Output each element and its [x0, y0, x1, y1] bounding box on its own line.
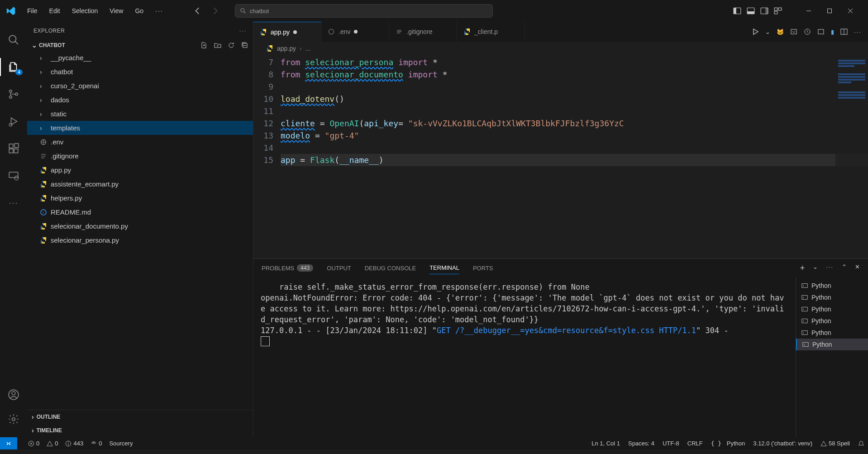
terminal-session[interactable]: Python	[796, 280, 868, 292]
terminal-session[interactable]: Python	[796, 315, 868, 327]
preview-icon[interactable]	[790, 28, 797, 35]
activity-extensions[interactable]	[3, 138, 24, 159]
activity-more[interactable]: ···	[3, 192, 24, 214]
file-tree[interactable]: ›__pycache__›chatbot›curso_2_openai›dado…	[27, 51, 253, 410]
toggle-panel-icon[interactable]	[747, 7, 755, 15]
tab-ports[interactable]: PORTS	[473, 262, 493, 274]
activity-settings[interactable]	[3, 408, 24, 430]
editor[interactable]: 789101112131415 from selecionar_persona …	[253, 55, 868, 258]
terminal-session[interactable]: Python	[796, 339, 868, 350]
editor-tab--gitignore[interactable]: .gitignore	[389, 22, 457, 42]
new-folder-icon[interactable]	[214, 42, 221, 49]
status-sourcery[interactable]: Sourcery	[109, 440, 133, 447]
tree-item--gitignore[interactable]: .gitignore	[27, 149, 253, 163]
activity-run-debug[interactable]	[3, 110, 24, 132]
minimap[interactable]	[835, 55, 868, 258]
new-terminal-icon[interactable]: +	[800, 263, 805, 273]
collapse-all-icon[interactable]	[241, 42, 248, 49]
breadcrumb-file[interactable]: app.py	[277, 45, 296, 52]
sidebar-more-icon[interactable]: ···	[239, 28, 247, 34]
refresh-icon[interactable]	[228, 42, 235, 49]
terminal-output[interactable]: raise self._make_status_error_from_respo…	[253, 277, 796, 437]
tab-terminal[interactable]: TERMINAL	[429, 262, 459, 274]
tab-output[interactable]: OUTPUT	[327, 262, 351, 274]
cat-icon[interactable]: 🐱	[777, 29, 784, 35]
tree-item-helpers-py[interactable]: helpers.py	[27, 191, 253, 205]
tree-item-selecionar-persona-py[interactable]: selecionar_persona.py	[27, 233, 253, 247]
editor-tab-app-py[interactable]: app.py	[253, 22, 321, 42]
new-file-icon[interactable]	[200, 42, 208, 49]
window-minimize[interactable]	[798, 2, 819, 20]
tree-item-assistente-ecomart-py[interactable]: assistente_ecomart.py	[27, 177, 253, 191]
nav-forward[interactable]	[210, 7, 219, 15]
run-dropdown-icon[interactable]: ⌄	[765, 29, 770, 35]
terminal-session[interactable]: Python	[796, 327, 868, 339]
menu-file[interactable]: File	[22, 5, 43, 17]
tree-item-selecionar-documento-py[interactable]: selecionar_documento.py	[27, 219, 253, 233]
mouse-icon[interactable]: ▮	[831, 29, 834, 35]
status-cursor-position[interactable]: Ln 1, Col 1	[591, 440, 620, 447]
status-info[interactable]: 443	[65, 440, 83, 447]
status-ports[interactable]: 0	[91, 440, 102, 447]
status-notifications[interactable]	[858, 440, 864, 447]
tree-item-app-py[interactable]: app.py	[27, 163, 253, 177]
window-maximize[interactable]	[819, 2, 840, 20]
history-icon[interactable]	[804, 28, 811, 35]
tree-item---pycache--[interactable]: ›__pycache__	[27, 51, 253, 65]
tab-debug-console[interactable]: DEBUG CONSOLE	[365, 262, 416, 274]
terminal-session[interactable]: Python	[796, 303, 868, 315]
tree-item-readme-md[interactable]: iREADME.md	[27, 205, 253, 219]
close-panel-icon[interactable]: ✕	[855, 263, 860, 273]
tree-item-dados[interactable]: ›dados	[27, 93, 253, 107]
status-language[interactable]: { } Python	[711, 440, 745, 447]
status-errors[interactable]: 0	[28, 440, 39, 447]
window-close[interactable]	[840, 2, 861, 20]
maximize-panel-icon[interactable]: ⌃	[842, 263, 847, 273]
toggle-primary-sidebar-icon[interactable]	[733, 7, 741, 15]
tree-item--env[interactable]: .env	[27, 135, 253, 149]
chevron-down-icon[interactable]: ⌄	[32, 42, 37, 49]
panel-more-icon[interactable]: ···	[826, 263, 834, 273]
menu-view[interactable]: View	[104, 5, 129, 17]
search-text: chatbot	[250, 8, 269, 14]
menu-more[interactable]: ···	[150, 5, 169, 17]
menu-selection[interactable]: Selection	[67, 5, 104, 17]
breadcrumb[interactable]: app.py › ...	[253, 42, 868, 55]
terminal-dropdown-icon[interactable]: ⌄	[813, 263, 818, 273]
status-warnings[interactable]: 0	[47, 440, 58, 447]
status-indentation[interactable]: Spaces: 4	[628, 440, 654, 447]
split-editor-icon[interactable]	[840, 28, 848, 35]
bookmark-icon[interactable]	[817, 28, 825, 35]
status-spell[interactable]: 58 Spell	[820, 440, 850, 447]
activity-account[interactable]	[3, 384, 24, 406]
svg-point-13	[9, 35, 16, 42]
activity-explorer[interactable]: 4	[3, 56, 24, 78]
tree-item-chatbot[interactable]: ›chatbot	[27, 65, 253, 79]
menu-edit[interactable]: Edit	[44, 5, 66, 17]
remote-indicator[interactable]	[0, 437, 17, 449]
tree-item-curso-2-openai[interactable]: ›curso_2_openai	[27, 79, 253, 93]
status-interpreter[interactable]: 3.12.0 ('chatbot': venv)	[753, 440, 812, 447]
menu-go[interactable]: Go	[129, 5, 149, 17]
editor-more-icon[interactable]: ···	[854, 29, 862, 35]
tab-problems[interactable]: PROBLEMS 443	[262, 262, 313, 274]
terminal-session[interactable]: Python	[796, 292, 868, 303]
tree-item-templates[interactable]: ›templates	[27, 121, 253, 135]
timeline-section[interactable]: ›TIMELINE	[27, 424, 253, 437]
editor-tab--env[interactable]: .env	[321, 22, 389, 42]
customize-layout-icon[interactable]	[774, 7, 782, 15]
activity-remote[interactable]	[3, 165, 24, 186]
run-icon[interactable]	[752, 28, 759, 35]
status-encoding[interactable]: UTF-8	[663, 440, 679, 447]
status-eol[interactable]: CRLF	[687, 440, 703, 447]
toggle-secondary-sidebar-icon[interactable]	[760, 7, 768, 15]
activity-search[interactable]	[3, 29, 24, 51]
activity-source-control[interactable]	[3, 83, 24, 105]
svg-rect-48	[802, 319, 807, 323]
tree-item-static[interactable]: ›static	[27, 107, 253, 121]
nav-back[interactable]	[193, 7, 202, 15]
outline-section[interactable]: ›OUTLINE	[27, 410, 253, 424]
editor-tab--client-p[interactable]: _client.p	[457, 22, 525, 42]
svg-rect-3	[734, 8, 736, 14]
command-center[interactable]: chatbot	[235, 4, 493, 18]
